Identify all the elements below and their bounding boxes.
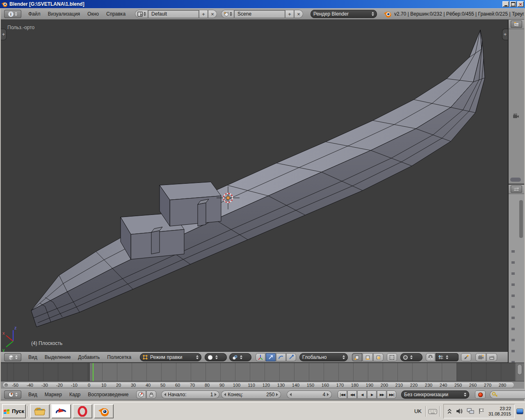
render-engine-dropdown[interactable]: Рендер Blender	[310, 10, 377, 18]
scene-name-field[interactable]: Scene	[234, 10, 285, 18]
show-desktop-button[interactable]	[516, 404, 524, 418]
snap-element-dropdown[interactable]	[436, 353, 459, 361]
menu-item[interactable]: Визуализация	[44, 11, 84, 17]
face-select-button[interactable]	[373, 353, 383, 361]
menu-item[interactable]: Добавить	[74, 354, 103, 360]
delete-screen-button[interactable]: ×	[208, 10, 217, 18]
taskbar-item-opera[interactable]	[73, 404, 92, 418]
menu-item[interactable]: Воспроизведение	[84, 392, 132, 397]
active-keying-set-field[interactable]	[490, 390, 525, 399]
timeline-track[interactable]	[1, 363, 524, 381]
playback-range-lock-clock-button[interactable]	[136, 390, 146, 399]
start-button[interactable]: Пуск	[2, 404, 26, 418]
scene-icon-button[interactable]	[221, 10, 234, 18]
outliner-scrollbar[interactable]	[510, 178, 521, 182]
ruler-frame-label: 20	[111, 383, 126, 388]
vertex-select-button[interactable]	[352, 353, 362, 361]
camera-object-icon[interactable]	[513, 113, 520, 119]
action-center-flag-icon[interactable]	[478, 408, 484, 414]
lock-range-button[interactable]	[146, 390, 156, 399]
editor-type-button-outliner[interactable]	[511, 21, 522, 28]
outliner-editor[interactable]	[509, 20, 524, 185]
limit-selection-visible-button[interactable]	[387, 353, 397, 361]
proportional-edit-dropdown[interactable]	[400, 353, 422, 361]
viewport-shading-dropdown[interactable]	[205, 353, 227, 361]
current-frame-field[interactable]: 4	[287, 390, 332, 399]
playback-button[interactable]: ▶▶|	[387, 390, 396, 399]
3d-viewport[interactable]: z x y Польз.-орто (4) Плоскость + +	[1, 20, 508, 352]
playback-button[interactable]: ◀	[357, 390, 367, 399]
toolshelf-expand-tab[interactable]: +	[1, 29, 7, 40]
taskbar-item-blender[interactable]	[94, 404, 114, 418]
language-indicator[interactable]: UK	[411, 408, 425, 414]
keyboard-layout-button[interactable]	[427, 406, 438, 417]
edge-select-button[interactable]	[363, 353, 373, 361]
sync-mode-dropdown[interactable]: Без синхронизации	[401, 390, 469, 399]
auto-keyframe-record-button[interactable]	[475, 390, 486, 399]
increment-icon[interactable]	[327, 393, 329, 396]
delete-scene-button[interactable]: ×	[294, 10, 303, 18]
rotate-manipulator-button[interactable]	[276, 353, 286, 361]
menu-item[interactable]: Кадр	[66, 392, 84, 397]
frame-end-field[interactable]: Конец: 250	[221, 390, 281, 399]
playback-button[interactable]: ◀◀	[347, 390, 357, 399]
taskbar-item-explorer[interactable]	[30, 404, 50, 418]
minimize-button[interactable]	[502, 1, 509, 7]
menu-item[interactable]: Вид	[25, 392, 41, 397]
timeline-vertical-scrollbar[interactable]	[517, 364, 522, 375]
playback-button[interactable]: |◀◀	[338, 390, 347, 399]
properties-editor[interactable]	[509, 185, 524, 363]
menu-item[interactable]: Вид	[25, 354, 41, 360]
properties-scrollbar[interactable]	[519, 200, 523, 238]
before-start-range-shade	[1, 363, 89, 381]
frame-start-field[interactable]: Начало: 1	[161, 390, 219, 399]
add-screen-button[interactable]: +	[199, 10, 208, 18]
network-icon[interactable]	[467, 408, 474, 414]
menu-item[interactable]: Окно	[84, 11, 103, 17]
snap-project-button[interactable]	[461, 353, 471, 361]
timeline-scrubber[interactable]: -50-40-30-20-100102030405060708090100110…	[2, 382, 514, 388]
screen-layout-icon-button[interactable]	[135, 10, 148, 18]
increment-icon[interactable]	[215, 393, 217, 396]
editor-type-button-info[interactable]: i	[4, 10, 21, 18]
maximize-button[interactable]	[510, 1, 516, 7]
editor-type-button-3dview[interactable]	[4, 353, 21, 361]
close-button[interactable]: ×	[517, 1, 524, 7]
ruler-frame-label: -20	[52, 383, 67, 388]
menu-item[interactable]: Маркер	[41, 392, 66, 397]
decrement-icon[interactable]	[224, 393, 226, 396]
menu-item[interactable]: Полисетка	[103, 354, 135, 360]
hidden-icons-chevron[interactable]	[447, 409, 452, 414]
decrement-icon[interactable]	[164, 393, 166, 396]
transform-orientation-dropdown[interactable]: Глобально	[299, 353, 348, 361]
properties-tab-icons[interactable]	[511, 250, 515, 373]
increment-icon[interactable]	[276, 393, 278, 396]
opengl-render-image-button[interactable]	[475, 353, 486, 361]
taskbar-item-media-app[interactable]	[51, 404, 71, 418]
screen-name-field[interactable]: Default	[148, 10, 199, 18]
menu-item[interactable]: Файл	[25, 11, 44, 17]
view3d-header: ВидВыделениеДобавитьПолисетка Режим прав…	[1, 352, 508, 363]
mode-dropdown[interactable]: Режим правки	[140, 353, 201, 361]
playback-button[interactable]: ▶	[367, 390, 377, 399]
translate-manipulator-button[interactable]	[266, 353, 276, 361]
playback-button[interactable]: ▶▶	[377, 390, 386, 399]
snap-toggle-button[interactable]	[426, 353, 435, 361]
add-scene-button[interactable]: +	[285, 10, 294, 18]
translate-arrow-icon	[268, 354, 274, 360]
editor-type-button-properties[interactable]	[511, 185, 522, 193]
menu-item[interactable]: Справка	[103, 11, 129, 17]
editor-type-button-timeline[interactable]	[4, 390, 21, 399]
timeline-ruler[interactable]: -50-40-30-20-100102030405060708090100110…	[1, 381, 524, 389]
properties-shelf-expand-tab[interactable]: +	[502, 29, 508, 40]
menu-item[interactable]: Выделение	[41, 354, 75, 360]
scale-manipulator-button[interactable]	[286, 353, 296, 361]
manipulator-toggle-button[interactable]	[256, 353, 265, 361]
current-frame-line[interactable]	[93, 363, 94, 381]
pivot-point-dropdown[interactable]	[229, 353, 251, 361]
opengl-render-animation-button[interactable]	[486, 353, 497, 361]
tray-clock[interactable]: 23:22 31.08.2015	[488, 406, 511, 417]
volume-icon[interactable]	[456, 408, 463, 414]
ruler-frame-label: 50	[155, 383, 170, 388]
decrement-icon[interactable]	[290, 393, 292, 396]
